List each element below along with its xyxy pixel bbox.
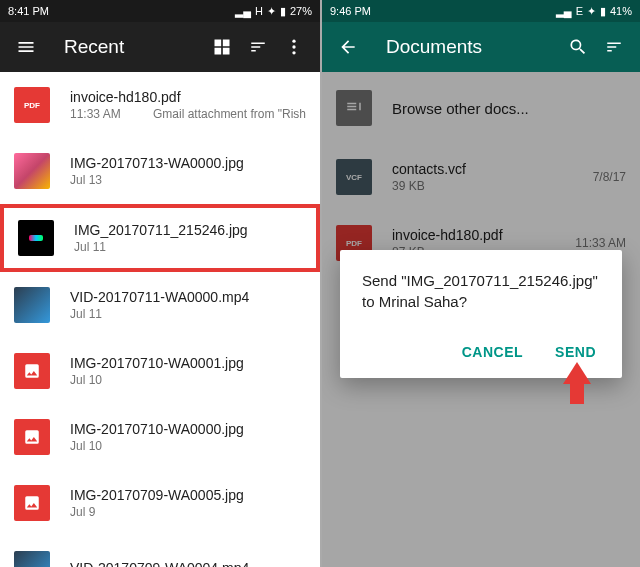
- file-info: VID-20170711-WA0000.mp4Jul 11: [70, 289, 306, 321]
- file-time: 11:33 AM: [70, 107, 121, 121]
- file-detail: Gmail attachment from "Rish: [153, 107, 306, 121]
- file-list: PDFinvoice-hd180.pdf11:33 AMGmail attach…: [0, 72, 320, 567]
- status-time: 8:41 PM: [8, 5, 49, 17]
- phone-right: 9:46 PM ▂▄ E ✦ ▮ 41% Documents Browse ot…: [320, 0, 640, 567]
- file-item[interactable]: VID-20170711-WA0000.mp4Jul 11: [0, 272, 320, 338]
- svg-point-0: [292, 40, 295, 43]
- file-info: IMG-20170710-WA0001.jpgJul 10: [70, 355, 306, 387]
- toolbar-title: Documents: [386, 36, 560, 58]
- content: Browse other docs... VCFcontacts.vcf39 K…: [322, 72, 640, 567]
- send-dialog: Send "IMG_20170711_215246.jpg" to Mrinal…: [340, 250, 622, 378]
- battery-icon: ▮: [280, 5, 286, 18]
- file-item[interactable]: PDFinvoice-hd180.pdf11:33 AMGmail attach…: [0, 72, 320, 138]
- file-name: VID-20170711-WA0000.mp4: [70, 289, 306, 305]
- image-icon: [14, 353, 50, 389]
- toolbar: Recent: [0, 22, 320, 72]
- battery-pct: 27%: [290, 5, 312, 17]
- file-sub: Jul 10: [70, 439, 306, 453]
- file-info: IMG_20170711_215246.jpgJul 11: [74, 222, 302, 254]
- file-name: VID-20170709-WA0004.mp4: [70, 560, 306, 567]
- file-name: IMG-20170710-WA0001.jpg: [70, 355, 306, 371]
- thumbnail: [14, 287, 50, 323]
- file-sub: Jul 9: [70, 505, 306, 519]
- file-item[interactable]: IMG_20170711_215246.jpgJul 11: [0, 204, 320, 272]
- sort-icon[interactable]: [596, 29, 632, 65]
- file-sub: 11:33 AMGmail attachment from "Rish: [70, 107, 306, 121]
- file-sub: Jul 10: [70, 373, 306, 387]
- signal-icon: ▂▄: [556, 5, 572, 18]
- svg-point-2: [292, 51, 295, 54]
- svg-point-1: [292, 45, 295, 48]
- file-info: VID-20170709-WA0004.mp4: [70, 560, 306, 567]
- network-type: H: [255, 5, 263, 17]
- file-time: Jul 13: [70, 173, 102, 187]
- file-item[interactable]: IMG-20170713-WA0000.jpgJul 13: [0, 138, 320, 204]
- search-icon[interactable]: [560, 29, 596, 65]
- network-type: E: [576, 5, 583, 17]
- back-icon[interactable]: [330, 29, 366, 65]
- file-time: Jul 11: [74, 240, 106, 254]
- file-sub: Jul 13: [70, 173, 306, 187]
- toolbar-title: Recent: [64, 36, 204, 58]
- toolbar: Documents: [322, 22, 640, 72]
- image-icon: [14, 419, 50, 455]
- battery-pct: 41%: [610, 5, 632, 17]
- wifi-icon: ✦: [587, 5, 596, 18]
- status-right: ▂▄ H ✦ ▮ 27%: [235, 5, 312, 18]
- overflow-icon[interactable]: [276, 29, 312, 65]
- image-icon: [14, 485, 50, 521]
- file-info: IMG-20170713-WA0000.jpgJul 13: [70, 155, 306, 187]
- file-item[interactable]: IMG-20170710-WA0000.jpgJul 10: [0, 404, 320, 470]
- file-name: invoice-hd180.pdf: [70, 89, 306, 105]
- grid-view-icon[interactable]: [204, 29, 240, 65]
- file-sub: Jul 11: [70, 307, 306, 321]
- file-item[interactable]: IMG-20170709-WA0005.jpgJul 9: [0, 470, 320, 536]
- cancel-button[interactable]: CANCEL: [458, 336, 527, 368]
- dialog-message: Send "IMG_20170711_215246.jpg" to Mrinal…: [362, 270, 600, 312]
- file-info: invoice-hd180.pdf11:33 AMGmail attachmen…: [70, 89, 306, 121]
- thumbnail: [14, 153, 50, 189]
- thumbnail: [18, 220, 54, 256]
- sort-icon[interactable]: [240, 29, 276, 65]
- thumbnail: [14, 551, 50, 567]
- phone-left: 8:41 PM ▂▄ H ✦ ▮ 27% Recent PDFinvoice-h…: [0, 0, 320, 567]
- file-time: Jul 11: [70, 307, 102, 321]
- file-item[interactable]: VID-20170709-WA0004.mp4: [0, 536, 320, 567]
- signal-icon: ▂▄: [235, 5, 251, 18]
- status-right: ▂▄ E ✦ ▮ 41%: [556, 5, 632, 18]
- file-info: IMG-20170710-WA0000.jpgJul 10: [70, 421, 306, 453]
- file-name: IMG-20170713-WA0000.jpg: [70, 155, 306, 171]
- file-item[interactable]: IMG-20170710-WA0001.jpgJul 10: [0, 338, 320, 404]
- status-bar: 9:46 PM ▂▄ E ✦ ▮ 41%: [322, 0, 640, 22]
- file-name: IMG-20170709-WA0005.jpg: [70, 487, 306, 503]
- battery-icon: ▮: [600, 5, 606, 18]
- file-time: Jul 10: [70, 373, 102, 387]
- file-time: Jul 10: [70, 439, 102, 453]
- file-sub: Jul 11: [74, 240, 302, 254]
- menu-icon[interactable]: [8, 29, 44, 65]
- file-name: IMG_20170711_215246.jpg: [74, 222, 302, 238]
- status-bar: 8:41 PM ▂▄ H ✦ ▮ 27%: [0, 0, 320, 22]
- file-time: Jul 9: [70, 505, 95, 519]
- status-time: 9:46 PM: [330, 5, 371, 17]
- wifi-icon: ✦: [267, 5, 276, 18]
- pdf-icon: PDF: [14, 87, 50, 123]
- file-name: IMG-20170710-WA0000.jpg: [70, 421, 306, 437]
- file-info: IMG-20170709-WA0005.jpgJul 9: [70, 487, 306, 519]
